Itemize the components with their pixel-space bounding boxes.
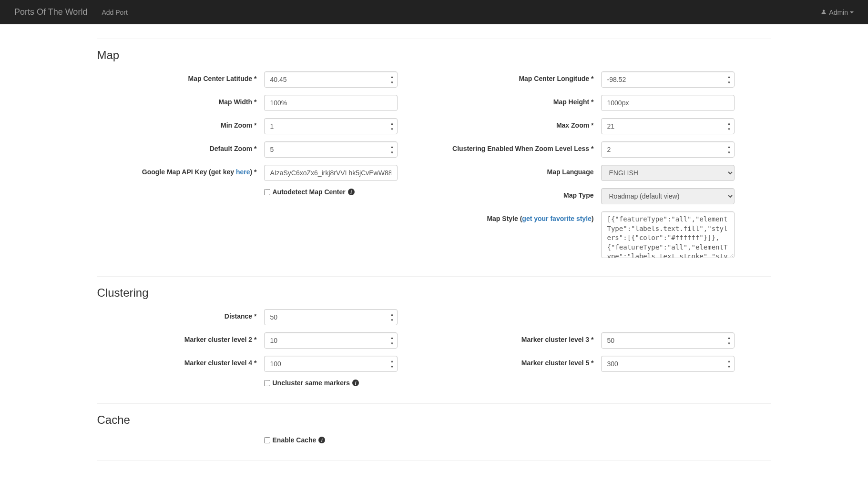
default-zoom-input[interactable]	[264, 141, 398, 158]
main-container: Map Map Center Latitude * ▲▼ Map Center …	[90, 39, 778, 461]
info-icon: i	[348, 189, 355, 195]
user-menu[interactable]: Admin	[814, 1, 861, 23]
cache-section: Cache Enable Cache i	[97, 404, 771, 461]
uncluster-checkbox[interactable]	[264, 380, 270, 386]
cluster-level2-label: Marker cluster level 2 *	[97, 332, 264, 343]
cluster-level4-label: Marker cluster level 4 *	[97, 356, 264, 367]
min-zoom-input[interactable]	[264, 118, 398, 134]
api-key-link[interactable]: here	[236, 168, 250, 176]
autodetect-checkbox[interactable]	[264, 189, 270, 195]
add-port-link[interactable]: Add Port	[94, 1, 134, 23]
enable-cache-label: Enable Cache i	[273, 436, 326, 444]
map-width-label: Map Width *	[97, 95, 264, 106]
api-key-label: Google Map API Key (get key here) *	[97, 165, 264, 176]
uncluster-label: Uncluster same markers i	[273, 379, 359, 387]
center-lng-label: Map Center Longitude *	[434, 71, 601, 82]
language-select[interactable]: ENGLISH	[601, 165, 735, 181]
clustering-zoom-label: Clustering Enabled When Zoom Level Less …	[434, 141, 601, 152]
enable-cache-checkbox[interactable]	[264, 437, 270, 443]
cluster-level4-input[interactable]	[264, 356, 398, 372]
cache-section-title: Cache	[97, 413, 771, 427]
map-section: Map Map Center Latitude * ▲▼ Map Center …	[97, 39, 771, 277]
distance-label: Distance *	[97, 309, 264, 320]
navbar-right: Admin	[814, 1, 861, 23]
autodetect-label: Autodetect Map Center i	[273, 188, 355, 196]
info-icon: i	[318, 437, 325, 443]
cluster-level5-input[interactable]	[601, 356, 735, 372]
user-icon	[821, 9, 827, 16]
default-zoom-label: Default Zoom *	[97, 141, 264, 152]
map-type-select[interactable]: Roadmap (default view)	[601, 188, 735, 204]
map-height-input[interactable]	[601, 95, 735, 111]
map-style-label: Map Style (get your favorite style)	[434, 211, 601, 222]
distance-input[interactable]	[264, 309, 398, 325]
clustering-zoom-input[interactable]	[601, 141, 735, 158]
cluster-level5-label: Marker cluster level 5 *	[434, 356, 601, 367]
max-zoom-label: Max Zoom *	[434, 118, 601, 129]
map-style-textarea[interactable]	[601, 211, 735, 258]
info-icon: i	[352, 380, 359, 386]
user-label: Admin	[829, 9, 848, 16]
cluster-level3-label: Marker cluster level 3 *	[434, 332, 601, 343]
clustering-section: Clustering Distance * ▲▼ Marker cluster …	[97, 277, 771, 404]
center-lng-input[interactable]	[601, 71, 735, 88]
min-zoom-label: Min Zoom *	[97, 118, 264, 129]
cluster-level3-input[interactable]	[601, 332, 735, 349]
brand-link[interactable]: Ports Of The World	[7, 0, 94, 24]
chevron-down-icon	[850, 11, 854, 13]
max-zoom-input[interactable]	[601, 118, 735, 134]
cluster-level2-input[interactable]	[264, 332, 398, 349]
map-height-label: Map Height *	[434, 95, 601, 106]
navbar-left: Ports Of The World Add Port	[7, 0, 135, 24]
api-key-input[interactable]	[264, 165, 398, 181]
navbar: Ports Of The World Add Port Admin	[0, 0, 868, 24]
language-label: Map Language	[434, 165, 601, 176]
center-lat-input[interactable]	[264, 71, 398, 88]
map-width-input[interactable]	[264, 95, 398, 111]
map-section-title: Map	[97, 49, 771, 62]
center-lat-label: Map Center Latitude *	[97, 71, 264, 82]
map-type-label: Map Type	[434, 188, 601, 199]
map-style-link[interactable]: get your favorite style	[522, 215, 592, 222]
clustering-section-title: Clustering	[97, 286, 771, 300]
